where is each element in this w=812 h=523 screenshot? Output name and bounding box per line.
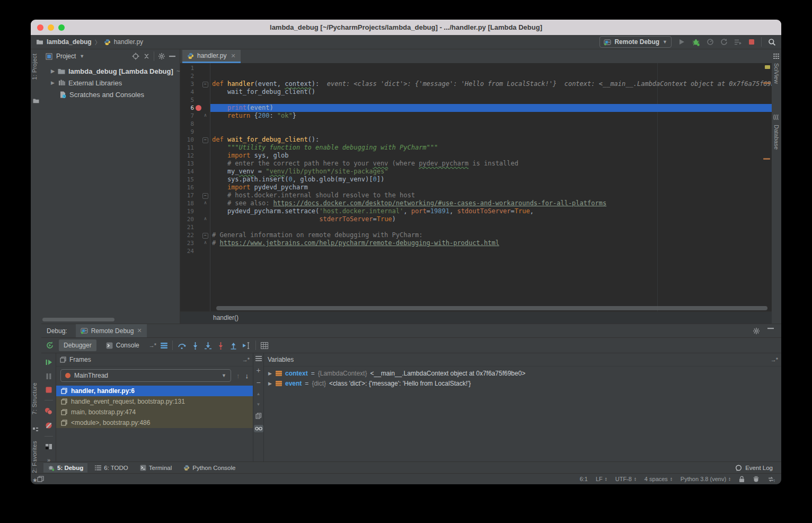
line-number[interactable]: 8 [180, 120, 194, 128]
code-line[interactable]: 13 # enter the correct path here to your… [180, 160, 772, 168]
gear-icon[interactable] [753, 327, 760, 335]
force-step-into-icon[interactable] [204, 342, 212, 350]
search-everywhere-icon[interactable] [768, 38, 776, 46]
code-line[interactable]: 12 import sys, glob [180, 152, 772, 160]
tree-item-external-libraries[interactable]: ▶ External Libraries [41, 77, 180, 89]
close-session-icon[interactable]: ✕ [137, 327, 142, 334]
view-breakpoints-icon[interactable] [45, 407, 52, 415]
collapse-all-icon[interactable] [143, 53, 150, 60]
step-over-icon[interactable] [178, 342, 187, 350]
code-line[interactable]: 16 import pydevd_pycharm [180, 184, 772, 191]
code-line[interactable]: 5 [180, 96, 772, 104]
line-number[interactable]: 1 [180, 64, 194, 72]
toolwindow-button-structure[interactable]: 7: Structure [31, 382, 38, 414]
encoding-select[interactable]: UTF-8▲▼ [615, 476, 637, 482]
code-line[interactable]: 2 [180, 72, 772, 80]
code-line[interactable]: 23∧# https://www.jetbrains.com/help/pych… [180, 239, 772, 247]
line-number[interactable]: 24 [180, 247, 194, 255]
locate-file-icon[interactable] [132, 53, 139, 60]
hide-panel-icon[interactable] [767, 327, 774, 335]
show-watches-icon[interactable] [254, 425, 263, 432]
toolwindow-button-debug[interactable]: 5: Debug [43, 463, 87, 473]
restore-windows-icon[interactable] [37, 476, 44, 482]
variable-row[interactable]: ▶event={dict}<class 'dict'>: {'message':… [264, 378, 781, 388]
frame-row[interactable]: main, bootstrap.py:474 [56, 407, 253, 417]
add-watch-icon[interactable]: + [256, 367, 260, 373]
mute-breakpoints-icon[interactable] [45, 422, 52, 429]
table-view-icon[interactable] [261, 342, 268, 349]
pause-icon[interactable] [46, 373, 52, 380]
line-number[interactable]: 21 [180, 223, 194, 231]
chevron-down-icon[interactable]: ▼ [80, 54, 84, 59]
move-down-icon[interactable]: ▼ [257, 402, 261, 407]
line-number[interactable]: 9 [180, 128, 194, 136]
close-tab-icon[interactable]: ✕ [231, 53, 235, 59]
tab-console[interactable]: Console [101, 339, 144, 351]
stop-button[interactable] [748, 39, 755, 45]
editor-hscrollbar[interactable] [216, 306, 767, 310]
debug-button[interactable] [692, 38, 700, 46]
code-line[interactable]: 22−# General information on remote debug… [180, 231, 772, 239]
code-line[interactable]: 3−def handler(event, context): event: <c… [180, 80, 772, 88]
line-number[interactable]: 5 [180, 96, 194, 104]
toolwindow-button-python-console[interactable]: Python Console [179, 463, 240, 473]
lock-icon[interactable] [739, 476, 745, 483]
hector-inspections-icon[interactable] [753, 476, 760, 483]
code-line[interactable]: 14 my_venv = "venv/lib/python*/site-pack… [180, 168, 772, 176]
interpreter-select[interactable]: Python 3.8 (venv)▲▼ [681, 476, 731, 482]
code-line[interactable]: 1 [180, 64, 772, 72]
code-line[interactable]: 8 [180, 120, 772, 128]
frame-row[interactable]: handle_event_request, bootstrap.py:131 [56, 396, 253, 407]
thread-selector[interactable]: MainThread ▼ [60, 369, 231, 382]
project-panel-title[interactable]: Project [56, 53, 76, 60]
hide-panel-icon[interactable] [169, 55, 175, 57]
pin-icon[interactable]: →* [242, 356, 249, 363]
code-line[interactable]: 7∧ return {200: "ok"} [180, 112, 772, 120]
previous-frame-icon[interactable]: ↑ [236, 372, 240, 380]
toolwindow-button-project[interactable]: 1: Project [31, 54, 38, 80]
code-line[interactable]: 24 [180, 247, 772, 255]
code-line[interactable]: 20∧ stderrToServer=True) [180, 215, 772, 223]
expand-arrow-icon[interactable]: ▶ [268, 371, 272, 376]
expand-arrow-icon[interactable]: ▶ [268, 381, 272, 386]
caret-position[interactable]: 6:1 [580, 476, 588, 482]
frame-row[interactable]: <module>, bootstrap.py:486 [56, 417, 253, 428]
menu-icon[interactable] [255, 356, 262, 361]
breadcrumb-project[interactable]: lambda_debug [47, 38, 92, 46]
breadcrumb-file[interactable]: handler.py [114, 38, 143, 46]
code-area[interactable]: 123−def handler(event, context): event: … [180, 63, 772, 312]
move-up-icon[interactable]: ▲ [257, 391, 261, 396]
indent-select[interactable]: 4 spaces▲▼ [645, 476, 673, 482]
restore-layout-icon[interactable] [45, 443, 52, 450]
toolwindow-button-database[interactable]: Database [773, 125, 780, 150]
next-frame-icon[interactable]: ↓ [245, 372, 249, 380]
layout-menu-icon[interactable] [161, 343, 167, 348]
step-into-my-code-icon[interactable] [217, 342, 225, 350]
remove-watch-icon[interactable]: − [256, 379, 260, 386]
duplicate-icon[interactable] [255, 413, 262, 419]
editor-tab-handler[interactable]: handler.py ✕ [182, 50, 241, 63]
step-out-icon[interactable] [230, 342, 237, 350]
code-line[interactable]: 17− # host.docker.internal should resolv… [180, 191, 772, 199]
step-into-icon[interactable] [191, 342, 199, 350]
event-log-button[interactable]: Event Log [735, 465, 781, 472]
code-line[interactable]: 9 [180, 128, 772, 136]
expand-arrow-icon[interactable]: ▶ [51, 80, 55, 85]
stripe-mark-warning[interactable] [765, 65, 770, 69]
debug-session-tab[interactable]: Remote Debug ✕ [76, 324, 147, 337]
pin-icon[interactable]: →* [771, 356, 778, 363]
run-with-profile-list-button[interactable] [734, 39, 742, 46]
tree-item-project-root[interactable]: ▶ lambda_debug [Lambda Debug] ~ [41, 65, 180, 77]
line-number[interactable]: 2 [180, 72, 194, 80]
code-line[interactable]: 15 sys.path.insert(0, glob.glob(my_venv)… [180, 176, 772, 184]
toolwindow-button-sciview[interactable]: SciView [773, 63, 780, 84]
project-hscrollbar[interactable] [42, 318, 114, 321]
rerun-debug-icon[interactable] [46, 341, 54, 350]
code-line[interactable]: 11 """Utility function to enable debuggi… [180, 144, 772, 152]
expand-arrow-icon[interactable]: ▶ [51, 68, 55, 74]
sync-status-icon[interactable]: ? [767, 476, 775, 483]
pin-tab-icon[interactable]: →* [149, 342, 156, 348]
run-button[interactable] [678, 38, 685, 46]
toolwindow-button-todo[interactable]: 6: TODO [91, 463, 133, 473]
toolwindow-button-terminal[interactable]: Terminal [136, 463, 176, 473]
